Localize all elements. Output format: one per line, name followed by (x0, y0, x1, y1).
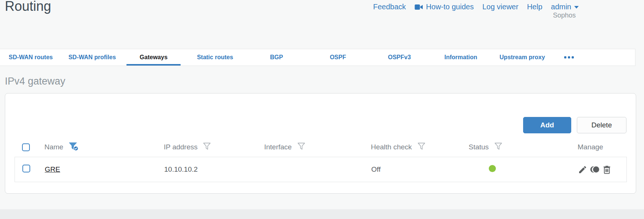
cell-status (469, 165, 578, 174)
delete-button[interactable]: Delete (577, 117, 626, 133)
section-title: IPv4 gateway (5, 76, 65, 87)
brand-label: Sophos (553, 12, 576, 19)
funnel-check-icon[interactable] (69, 142, 79, 153)
green-dot-icon (489, 165, 496, 172)
ellipsis-icon (564, 56, 566, 58)
routing-page: Routing Feedback How-to guides Log viewe… (0, 0, 644, 219)
edit-pencil-icon[interactable] (578, 165, 587, 174)
ipv4-gateway-card: Add Delete Name IP address (5, 93, 636, 194)
tab-sd-wan-routes[interactable]: SD-WAN routes (0, 49, 62, 66)
page-title: Routing (5, 0, 51, 14)
log-viewer-link[interactable]: Log viewer (482, 3, 519, 11)
funnel-icon[interactable] (203, 142, 211, 152)
deactivate-eclipse-icon[interactable] (590, 165, 600, 174)
column-header-ip-address: IP address (164, 142, 264, 152)
more-tabs-button[interactable] (553, 49, 635, 66)
table-toolbar: Add Delete (523, 117, 626, 133)
header-links: Feedback How-to guides Log viewer Help a… (373, 3, 579, 11)
caret-down-icon (574, 6, 579, 9)
cell-ip-address: 10.10.10.2 (164, 165, 265, 174)
tab-bgp[interactable]: BGP (246, 49, 307, 66)
table-row: GRE 10.10.10.2 Off (15, 157, 627, 182)
column-header-interface: Interface (264, 142, 371, 152)
tab-upstream-proxy[interactable]: Upstream proxy (491, 49, 553, 66)
funnel-icon[interactable] (417, 142, 426, 152)
column-header-manage: Manage (578, 143, 627, 151)
cell-health-check: Off (371, 165, 469, 174)
gateway-name-link[interactable]: GRE (45, 165, 60, 173)
funnel-icon[interactable] (494, 142, 503, 152)
routing-tabbar: SD-WAN routes SD-WAN profiles Gateways S… (0, 49, 635, 66)
lower-section-band (0, 209, 644, 219)
row-checkbox[interactable] (22, 165, 30, 172)
tab-information[interactable]: Information (430, 49, 492, 66)
add-button[interactable]: Add (523, 117, 571, 133)
tab-gateways[interactable]: Gateways (123, 49, 184, 66)
tab-ospfv3[interactable]: OSPFv3 (369, 49, 430, 66)
tab-sd-wan-profiles[interactable]: SD-WAN profiles (62, 49, 123, 66)
howto-guides-link[interactable]: How-to guides (415, 3, 474, 11)
cell-manage (578, 165, 626, 174)
select-all-checkbox[interactable] (22, 143, 30, 151)
trash-icon[interactable] (602, 165, 612, 174)
funnel-icon[interactable] (297, 142, 306, 152)
video-camera-icon (415, 4, 423, 10)
admin-menu-button[interactable]: admin (551, 3, 579, 11)
table-header-row: Name IP address Interface (15, 139, 627, 155)
column-header-name: Name (44, 142, 164, 153)
column-header-status: Status (469, 142, 578, 152)
tab-ospf[interactable]: OSPF (307, 49, 369, 66)
feedback-link[interactable]: Feedback (373, 3, 406, 11)
tab-static-routes[interactable]: Static routes (184, 49, 246, 66)
column-header-health-check: Health check (371, 142, 469, 152)
help-link[interactable]: Help (527, 3, 542, 11)
